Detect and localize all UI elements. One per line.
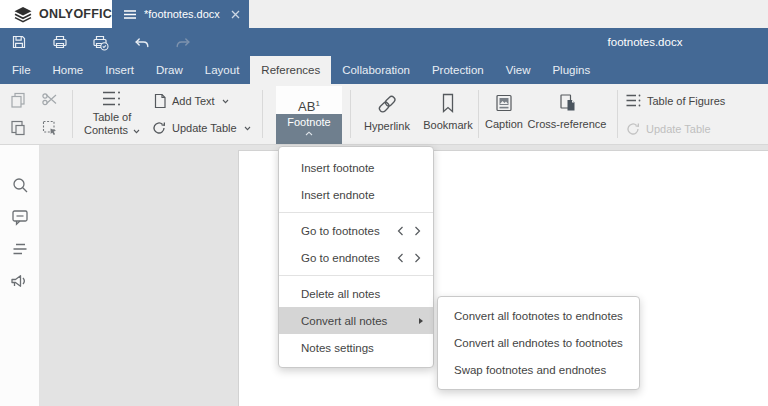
- ribbon-tab-bar: File Home Insert Draw Layout References …: [0, 56, 768, 84]
- footnote-dropdown-menu: Insert footnote Insert endnote Go to foo…: [278, 146, 434, 368]
- refresh-icon: [151, 120, 167, 136]
- chevron-left-icon[interactable]: [397, 253, 404, 263]
- menu-separator: [279, 212, 433, 213]
- footnote-icon: AB1: [276, 86, 342, 114]
- add-text-icon: [153, 93, 167, 109]
- hamburger-icon[interactable]: [124, 10, 136, 19]
- redo-icon: [174, 34, 191, 51]
- menu-item-go-to-endnotes[interactable]: Go to endnotes: [279, 244, 433, 271]
- close-icon[interactable]: [231, 10, 240, 19]
- save-icon[interactable]: [10, 34, 27, 51]
- submenu-arrow-icon: [419, 318, 423, 324]
- chevron-down-icon: [133, 129, 140, 134]
- hyperlink-button[interactable]: Hyperlink: [356, 86, 418, 143]
- footnote-label: Footnote: [287, 116, 330, 128]
- comments-icon[interactable]: [10, 207, 30, 227]
- tab-plugins[interactable]: Plugins: [541, 56, 601, 84]
- refresh-icon: [625, 121, 641, 137]
- cut-icon: [41, 91, 59, 109]
- menu-item-insert-endnote[interactable]: Insert endnote: [279, 181, 433, 208]
- table-of-figures-button[interactable]: Table of Figures: [625, 93, 725, 108]
- select-icon[interactable]: [41, 119, 59, 137]
- convert-notes-submenu: Convert all footnotes to endnotes Conver…: [437, 296, 640, 390]
- hyperlink-label: Hyperlink: [364, 120, 410, 132]
- toolbar-divider: [262, 90, 263, 138]
- paste-icon[interactable]: [9, 119, 27, 137]
- hyperlink-icon: [376, 93, 398, 115]
- menu-separator: [279, 275, 433, 276]
- tab-title[interactable]: *footnotes.docx: [144, 8, 223, 20]
- menu-item-go-to-footnotes[interactable]: Go to footnotes: [279, 217, 433, 244]
- chevron-up-icon: [305, 131, 313, 136]
- menu-item-convert-endnotes-to-footnotes[interactable]: Convert all endnotes to footnotes: [438, 329, 639, 356]
- cross-reference-button[interactable]: Cross-reference: [524, 86, 610, 143]
- update-table-disabled-label: Update Table: [646, 123, 711, 135]
- update-table-label: Update Table: [172, 122, 237, 134]
- table-of-figures-label: Table of Figures: [647, 95, 725, 107]
- bookmark-icon: [439, 93, 457, 114]
- menu-item-notes-settings[interactable]: Notes settings: [279, 334, 433, 361]
- tab-protection[interactable]: Protection: [421, 56, 495, 84]
- tab-draw[interactable]: Draw: [145, 56, 194, 84]
- chevron-right-icon[interactable]: [414, 253, 421, 263]
- undo-icon[interactable]: [133, 34, 150, 51]
- footnote-button[interactable]: AB1 Footnote: [276, 86, 342, 144]
- table-of-contents-button[interactable]: Table of Contents: [78, 86, 146, 143]
- search-icon[interactable]: [10, 175, 30, 195]
- table-of-contents-label: Table of Contents: [78, 111, 146, 137]
- tab-file[interactable]: File: [1, 56, 42, 84]
- update-table-disabled-button: Update Table: [625, 121, 711, 137]
- table-of-contents-icon: [101, 89, 123, 108]
- chevron-down-icon: [244, 126, 251, 131]
- add-text-button[interactable]: Add Text: [153, 93, 229, 109]
- caption-button[interactable]: Caption: [482, 86, 526, 143]
- menu-item-delete-all-notes[interactable]: Delete all notes: [279, 280, 433, 307]
- document-tab[interactable]: *footnotes.docx: [112, 0, 249, 28]
- references-toolbar: Table of Contents Add Text Update Table: [0, 84, 768, 145]
- caption-icon: [494, 93, 514, 113]
- brand-name: ONLYOFFICE: [39, 7, 120, 21]
- print-icon[interactable]: [51, 34, 68, 51]
- feedback-icon[interactable]: [10, 271, 30, 291]
- cross-reference-icon: [557, 93, 578, 113]
- caption-label: Caption: [485, 118, 523, 130]
- bookmark-button[interactable]: Bookmark: [420, 86, 476, 143]
- bookmark-label: Bookmark: [423, 119, 473, 131]
- toolbar-divider: [478, 90, 479, 138]
- tab-layout[interactable]: Layout: [194, 56, 251, 84]
- app-logo: ONLYOFFICE: [0, 0, 112, 28]
- left-panel: [0, 145, 40, 406]
- headings-icon[interactable]: [10, 239, 30, 259]
- document-title: footnotes.docx: [560, 28, 730, 56]
- toolbar-divider: [72, 90, 73, 138]
- quick-print-icon[interactable]: [92, 34, 109, 51]
- menu-item-insert-footnote[interactable]: Insert footnote: [279, 154, 433, 181]
- onlyoffice-layers-icon: [13, 6, 33, 23]
- add-text-label: Add Text: [172, 95, 215, 107]
- chevron-left-icon[interactable]: [397, 226, 404, 236]
- tab-strip: ONLYOFFICE *footnotes.docx: [0, 0, 768, 28]
- chevron-right-icon[interactable]: [414, 226, 421, 236]
- tab-view[interactable]: View: [495, 56, 542, 84]
- table-of-figures-icon: [625, 93, 642, 108]
- toolbar-divider: [617, 90, 618, 138]
- menu-item-convert-all-notes[interactable]: Convert all notes: [279, 307, 433, 334]
- menu-item-convert-footnotes-to-endnotes[interactable]: Convert all footnotes to endnotes: [438, 302, 639, 329]
- tab-references[interactable]: References: [250, 56, 331, 84]
- copy-icon: [9, 91, 27, 109]
- tab-home[interactable]: Home: [42, 56, 95, 84]
- update-table-button[interactable]: Update Table: [151, 120, 251, 136]
- cross-reference-label: Cross-reference: [528, 118, 607, 130]
- chevron-down-icon: [222, 99, 229, 104]
- toolbar-divider: [350, 90, 351, 138]
- tab-collaboration[interactable]: Collaboration: [331, 56, 421, 84]
- quick-access-toolbar: footnotes.docx: [0, 28, 768, 56]
- menu-item-swap-footnotes-and-endnotes[interactable]: Swap footnotes and endnotes: [438, 356, 639, 383]
- onlyoffice-document-editor: ONLYOFFICE *footnotes.docx: [0, 0, 768, 406]
- tab-insert[interactable]: Insert: [94, 56, 145, 84]
